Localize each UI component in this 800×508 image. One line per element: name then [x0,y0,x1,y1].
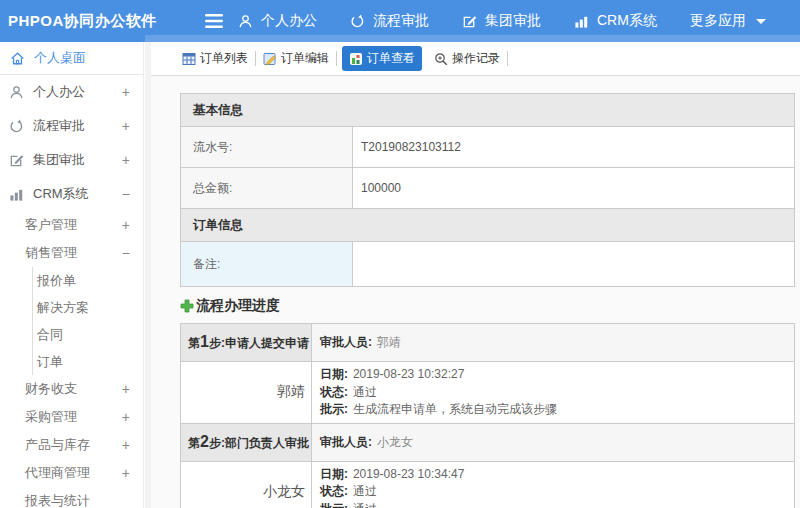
sidebar-item-solution[interactable]: 解决方案 [33,294,143,321]
step-2-title: 第2步:部门负责人审批 [181,423,312,461]
nav-label: CRM系统 [597,12,657,30]
tab-order-edit[interactable]: 订单编辑 [256,46,336,71]
status-line: 状态:通过 [320,483,786,501]
table-row: 备注: [181,242,795,287]
sidebar-item-finance[interactable]: 财务收支 + [0,375,143,403]
sidebar-item-label: 代理商管理 [25,464,90,482]
step-detail-row: 小龙女 日期:2019-08-23 10:34:47 状态:通过 批示:通过 [181,461,795,508]
top-bar: PHPOA协同办公软件 个人办公 流程审批 集团审批 CRM系统 [0,0,800,42]
tab-operation-log[interactable]: 操作记录 [427,46,507,71]
serial-number-label: 流水号: [181,127,353,168]
sidebar-item-label: 客户管理 [25,216,77,234]
nav-more-apps[interactable]: 更多应用 [690,12,766,30]
nav-group-approval[interactable]: 集团审批 [462,12,541,30]
workflow-progress-title: 流程办理进度 [180,297,800,315]
sidebar: 个人桌面 个人办公 + 流程审批 + 集团审批 + CRM系统 − 客户管理 +… [0,42,144,508]
step-1-handler-name: 郭靖 [181,362,312,424]
table-list-icon [182,52,196,66]
expand-plus-icon[interactable]: + [122,118,130,134]
sidebar-item-personal-office[interactable]: 个人办公 + [0,75,143,109]
expand-plus-icon[interactable]: + [122,84,130,100]
page-edit-icon [263,52,277,66]
sidebar-item-customer-mgmt[interactable]: 客户管理 + [0,211,143,239]
home-icon [10,51,25,66]
nav-crm-system[interactable]: CRM系统 [574,12,657,30]
sidebar-item-label: 解决方案 [37,299,89,317]
sidebar-item-label: 集团审批 [33,151,85,169]
nav-personal-office[interactable]: 个人办公 [238,12,317,30]
sidebar-item-sales-mgmt[interactable]: 销售管理 − [0,239,143,267]
date-value: 2019-08-23 10:32:27 [353,367,464,381]
sidebar-item-label: 采购管理 [25,408,77,426]
collapse-minus-icon[interactable]: − [122,245,130,261]
sidebar-item-reports[interactable]: 报表与统计 [0,487,143,508]
nav-label: 个人办公 [261,12,317,30]
expand-plus-icon[interactable]: + [122,381,130,397]
status-line: 状态:通过 [320,384,786,402]
step-2-handler-name: 小龙女 [181,461,312,508]
tab-label: 操作记录 [452,50,500,67]
bar-chart-icon [9,187,24,202]
sidebar-item-order[interactable]: 订单 [33,348,143,375]
sidebar-item-label: 个人办公 [33,83,85,101]
sidebar-item-quotation[interactable]: 报价单 [33,267,143,294]
comment-label: 批示: [320,402,348,416]
comment-line: 批示:生成流程申请单，系统自动完成该步骤 [320,401,786,419]
sidebar-item-label: 产品与库存 [25,436,90,454]
expand-plus-icon[interactable]: + [122,217,130,233]
tab-order-view[interactable]: 订单查看 [342,46,422,71]
sidebar-item-group-approval[interactable]: 集团审批 + [0,143,143,177]
step-1-approver-cell: 审批人员:郭靖 [311,324,794,362]
sidebar-item-label: 流程审批 [33,117,85,135]
comment-value: 生成流程申请单，系统自动完成该步骤 [353,402,557,416]
sidebar-item-label: 销售管理 [25,244,77,262]
green-plus-icon [180,299,194,313]
hamburger-menu-icon[interactable] [204,14,224,28]
flow-redo-icon [9,119,24,134]
approver-name: 郭靖 [377,335,401,349]
sidebar-item-contract[interactable]: 合同 [33,321,143,348]
app-logo: PHPOA协同办公软件 [0,12,196,31]
order-view-content: 基本信息 流水号: T20190823103112 总金额: 100000 订单… [151,76,800,508]
sidebar-item-label: 报价单 [37,272,76,290]
remark-label: 备注: [181,242,353,287]
sidebar-item-purchase[interactable]: 采购管理 + [0,403,143,431]
sidebar-item-agent-mgmt[interactable]: 代理商管理 + [0,459,143,487]
workflow-progress-table: 第1步:申请人提交申请 审批人员:郭靖 郭靖 日期:2019-08-23 10:… [180,323,795,508]
sidebar-item-label: 订单 [37,353,63,371]
step-header-row: 第1步:申请人提交申请 审批人员:郭靖 [181,324,795,362]
date-label: 日期: [320,467,348,481]
tab-label: 订单列表 [200,50,248,67]
comment-label: 批示: [320,502,348,508]
expand-plus-icon[interactable]: + [122,409,130,425]
nav-workflow-approval[interactable]: 流程审批 [350,12,429,30]
tab-label: 订单查看 [367,50,415,67]
sidebar-item-desktop[interactable]: 个人桌面 [0,42,143,75]
expand-plus-icon[interactable]: + [122,437,130,453]
date-line: 日期:2019-08-23 10:32:27 [320,366,786,384]
step-1-title: 第1步:申请人提交申请 [181,324,312,362]
table-row: 总金额: 100000 [181,168,795,209]
edit-icon [462,14,477,29]
date-label: 日期: [320,367,348,381]
order-info-table: 基本信息 流水号: T20190823103112 总金额: 100000 订单… [180,93,795,287]
step-detail-row: 郭靖 日期:2019-08-23 10:32:27 状态:通过 批示:生成流程申… [181,362,795,424]
flow-redo-icon [350,14,365,29]
serial-number-value: T20190823103112 [353,127,795,168]
status-value: 通过 [353,385,377,399]
sidebar-item-workflow-approval[interactable]: 流程审批 + [0,109,143,143]
expand-plus-icon[interactable]: + [122,152,130,168]
collapse-minus-icon[interactable]: − [122,186,130,202]
tab-separator [507,51,508,66]
tab-order-list[interactable]: 订单列表 [175,46,255,71]
sidebar-item-product-stock[interactable]: 产品与库存 + [0,431,143,459]
expand-plus-icon[interactable]: + [122,465,130,481]
person-icon [9,85,24,100]
person-icon [238,14,253,29]
workflow-progress-label: 流程办理进度 [196,297,280,315]
status-label: 状态: [320,484,348,498]
sales-submenu: 报价单 解决方案 合同 订单 [32,267,143,375]
magnifier-plus-icon [434,52,448,66]
sidebar-item-label: 合同 [37,326,63,344]
sidebar-item-crm-system[interactable]: CRM系统 − [0,177,143,211]
